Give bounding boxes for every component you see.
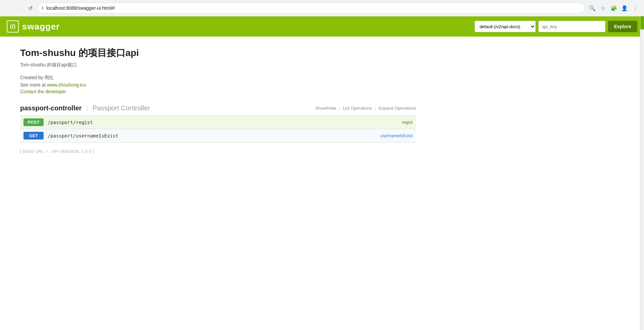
- contact-developer-link[interactable]: Contact the developer: [20, 89, 66, 94]
- lock-icon: ℹ: [42, 6, 44, 10]
- see-more-label: See more at: [20, 82, 47, 88]
- swagger-controls: default (/v2/api-docs) Explore: [475, 21, 637, 32]
- swagger-logo-text: swagger: [22, 21, 60, 32]
- swagger-header: {/} swagger default (/v2/api-docs) Explo…: [0, 16, 644, 37]
- scrollbar-thumb[interactable]: [640, 16, 644, 30]
- created-by: Created by 周红: [20, 75, 416, 81]
- see-more: See more at www.zhouhong.icu: [20, 82, 416, 88]
- controller-title: passport-controller : Passport Controlle…: [20, 104, 150, 112]
- api-docs-select[interactable]: default (/v2/api-docs): [475, 21, 536, 32]
- base-url-label: BASE URL: /: [23, 149, 48, 154]
- reload-button[interactable]: ↺: [25, 3, 35, 13]
- pipe-separator-1: |: [339, 106, 340, 111]
- scrollbar-track: [640, 16, 644, 167]
- controller-header: passport-controller : Passport Controlle…: [20, 101, 416, 116]
- separator: :: [84, 104, 90, 112]
- browser-toolbar: ← → ↺ ℹ 🔍 ☆ 🧩 👤 ⋮: [0, 0, 644, 16]
- list-operations-button[interactable]: List Operations: [343, 106, 372, 111]
- controller-subtitle: Passport Controller: [93, 104, 150, 112]
- main-content: Tom-shushu 的项目接口api Tom-shushu 的项目api接口 …: [0, 37, 436, 167]
- endpoint-row-post[interactable]: POST /passport/regist regist: [20, 116, 416, 129]
- get-method-badge: GET: [23, 132, 44, 140]
- swagger-logo: {/} swagger: [7, 20, 60, 33]
- api-version-label: API VERSION: 1.0.0: [51, 149, 91, 154]
- get-endpoint-label: usernameIsExist: [380, 133, 413, 138]
- forward-button[interactable]: →: [15, 3, 24, 13]
- account-icon[interactable]: 👤: [620, 3, 629, 13]
- swagger-logo-icon: {/}: [7, 20, 19, 33]
- bookmark-icon[interactable]: ☆: [598, 3, 608, 13]
- url-input[interactable]: [46, 5, 581, 11]
- browser-actions: 🔍 ☆ 🧩 👤 ⋮: [588, 3, 640, 13]
- post-method-badge: POST: [23, 118, 44, 126]
- nav-buttons: ← → ↺: [4, 3, 35, 13]
- pipe-separator-2: |: [375, 106, 376, 111]
- controller-name: passport-controller: [20, 104, 82, 112]
- explore-button[interactable]: Explore: [608, 21, 637, 32]
- post-endpoint-path: /passport/regist: [48, 120, 402, 125]
- extensions-icon[interactable]: 🧩: [609, 3, 619, 13]
- browser-chrome: ← → ↺ ℹ 🔍 ☆ 🧩 👤 ⋮: [0, 0, 644, 16]
- get-endpoint-path: /passport/usernameIsExist: [48, 133, 380, 139]
- back-button[interactable]: ←: [4, 3, 13, 13]
- api-title: Tom-shushu 的项目接口api: [20, 47, 416, 59]
- endpoint-row-get[interactable]: GET /passport/usernameIsExist usernameIs…: [20, 129, 416, 143]
- api-meta: Created by 周红 See more at www.zhouhong.i…: [20, 75, 416, 94]
- menu-icon[interactable]: ⋮: [631, 3, 640, 13]
- footer-info: [ BASE URL: / , API VERSION: 1.0.0 ]: [20, 149, 416, 154]
- expand-operations-button[interactable]: Expand Operations: [379, 106, 416, 111]
- controller-section: passport-controller : Passport Controlle…: [20, 101, 416, 143]
- address-bar[interactable]: ℹ: [38, 3, 585, 13]
- search-icon[interactable]: 🔍: [588, 3, 597, 13]
- api-description: Tom-shushu 的项目api接口: [20, 62, 416, 68]
- see-more-link[interactable]: www.zhouhong.icu: [47, 82, 86, 88]
- controller-actions: Show/Hide | List Operations | Expand Ope…: [315, 106, 416, 111]
- show-hide-button[interactable]: Show/Hide: [315, 106, 336, 111]
- api-key-input[interactable]: [538, 21, 605, 32]
- post-endpoint-label: regist: [402, 120, 413, 125]
